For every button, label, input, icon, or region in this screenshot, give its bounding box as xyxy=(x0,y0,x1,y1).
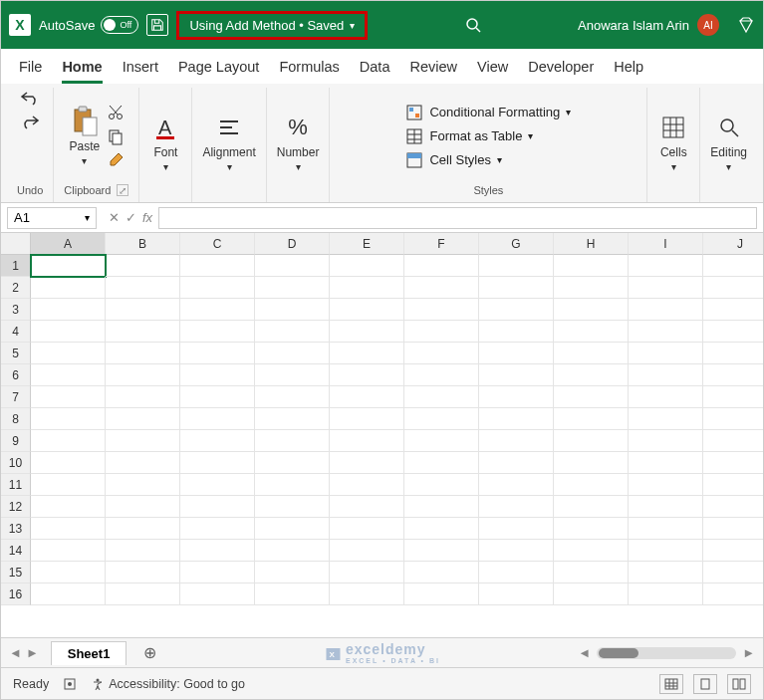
cell-J3[interactable] xyxy=(703,299,763,321)
cell-F15[interactable] xyxy=(404,562,479,583)
cell-J6[interactable] xyxy=(703,364,763,386)
cell-A4[interactable] xyxy=(31,321,106,343)
cell-B9[interactable] xyxy=(106,430,180,452)
scroll-right-button[interactable]: ► xyxy=(742,645,755,660)
row-header-9[interactable]: 9 xyxy=(1,430,31,452)
tab-help[interactable]: Help xyxy=(614,55,643,84)
cell-J7[interactable] xyxy=(703,386,763,408)
cell-D2[interactable] xyxy=(255,277,330,299)
cell-E13[interactable] xyxy=(330,518,404,540)
cell-I1[interactable] xyxy=(629,255,703,277)
cell-A2[interactable] xyxy=(31,277,106,299)
cell-H1[interactable] xyxy=(554,255,629,277)
cell-C2[interactable] xyxy=(180,277,255,299)
cell-D11[interactable] xyxy=(255,474,330,496)
accept-formula-button[interactable]: ✓ xyxy=(126,210,136,225)
cell-E6[interactable] xyxy=(330,364,404,386)
sheet-nav-next[interactable]: ► xyxy=(26,645,39,660)
cell-I16[interactable] xyxy=(629,583,703,605)
cell-H14[interactable] xyxy=(554,540,629,562)
row-header-13[interactable]: 13 xyxy=(1,518,31,540)
cell-C9[interactable] xyxy=(180,430,255,452)
cell-E8[interactable] xyxy=(330,408,404,430)
cell-A6[interactable] xyxy=(31,364,106,386)
cell-J10[interactable] xyxy=(703,452,763,474)
cell-F14[interactable] xyxy=(404,540,479,562)
cell-D13[interactable] xyxy=(255,518,330,540)
cell-D10[interactable] xyxy=(255,452,330,474)
cell-C3[interactable] xyxy=(180,299,255,321)
tab-page-layout[interactable]: Page Layout xyxy=(178,55,259,84)
cell-A11[interactable] xyxy=(31,474,106,496)
normal-view-button[interactable] xyxy=(659,674,683,694)
format-painter-button[interactable] xyxy=(107,151,125,169)
cell-I2[interactable] xyxy=(629,277,703,299)
cell-A10[interactable] xyxy=(31,452,106,474)
undo-button[interactable] xyxy=(19,90,41,106)
cell-H2[interactable] xyxy=(554,277,629,299)
cell-F6[interactable] xyxy=(404,364,479,386)
cell-F1[interactable] xyxy=(404,255,479,277)
cell-D9[interactable] xyxy=(255,430,330,452)
cell-D5[interactable] xyxy=(255,343,330,364)
accessibility-status[interactable]: Accessibility: Good to go xyxy=(91,677,245,691)
column-header-F[interactable]: F xyxy=(404,233,479,255)
cell-E11[interactable] xyxy=(330,474,404,496)
row-header-5[interactable]: 5 xyxy=(1,343,31,364)
tab-formulas[interactable]: Formulas xyxy=(279,55,339,84)
cell-E5[interactable] xyxy=(330,343,404,364)
number-dropdown[interactable]: % Number ▾ xyxy=(277,112,320,172)
row-header-14[interactable]: 14 xyxy=(1,540,31,562)
cell-E14[interactable] xyxy=(330,540,404,562)
cell-F7[interactable] xyxy=(404,386,479,408)
row-header-2[interactable]: 2 xyxy=(1,277,31,299)
cell-I6[interactable] xyxy=(629,364,703,386)
cell-H15[interactable] xyxy=(554,562,629,583)
column-header-H[interactable]: H xyxy=(554,233,629,255)
cell-E10[interactable] xyxy=(330,452,404,474)
cell-D12[interactable] xyxy=(255,496,330,518)
cell-H9[interactable] xyxy=(554,430,629,452)
cell-D16[interactable] xyxy=(255,583,330,605)
copy-button[interactable] xyxy=(107,127,125,145)
cell-H8[interactable] xyxy=(554,408,629,430)
cell-F3[interactable] xyxy=(404,299,479,321)
cell-I12[interactable] xyxy=(629,496,703,518)
cell-D8[interactable] xyxy=(255,408,330,430)
scroll-left-button[interactable]: ◄ xyxy=(578,645,591,660)
row-header-1[interactable]: 1 xyxy=(1,255,31,277)
search-button[interactable] xyxy=(462,14,484,36)
cell-G7[interactable] xyxy=(479,386,554,408)
cell-D1[interactable] xyxy=(255,255,330,277)
cell-B16[interactable] xyxy=(106,583,180,605)
row-header-15[interactable]: 15 xyxy=(1,562,31,583)
cell-F12[interactable] xyxy=(404,496,479,518)
user-account[interactable]: Anowara Islam Arin AI xyxy=(578,14,719,36)
horizontal-scrollbar[interactable] xyxy=(597,647,736,659)
autosave-pill[interactable]: Off xyxy=(101,16,138,34)
cell-J16[interactable] xyxy=(703,583,763,605)
cancel-formula-button[interactable]: ✕ xyxy=(109,210,120,225)
row-header-7[interactable]: 7 xyxy=(1,386,31,408)
cell-J14[interactable] xyxy=(703,540,763,562)
tab-data[interactable]: Data xyxy=(360,55,390,84)
cell-I9[interactable] xyxy=(629,430,703,452)
name-box[interactable]: A1 ▾ xyxy=(7,207,97,229)
cell-C10[interactable] xyxy=(180,452,255,474)
cell-C6[interactable] xyxy=(180,364,255,386)
autosave-toggle[interactable]: AutoSave Off xyxy=(39,16,138,34)
cell-G6[interactable] xyxy=(479,364,554,386)
cell-J15[interactable] xyxy=(703,562,763,583)
cell-C8[interactable] xyxy=(180,408,255,430)
cell-F16[interactable] xyxy=(404,583,479,605)
cell-G10[interactable] xyxy=(479,452,554,474)
cell-I14[interactable] xyxy=(629,540,703,562)
cell-G14[interactable] xyxy=(479,540,554,562)
page-break-view-button[interactable] xyxy=(727,674,751,694)
column-header-J[interactable]: J xyxy=(703,233,763,255)
column-header-I[interactable]: I xyxy=(629,233,703,255)
cell-D3[interactable] xyxy=(255,299,330,321)
cell-C13[interactable] xyxy=(180,518,255,540)
cell-C15[interactable] xyxy=(180,562,255,583)
cell-H7[interactable] xyxy=(554,386,629,408)
